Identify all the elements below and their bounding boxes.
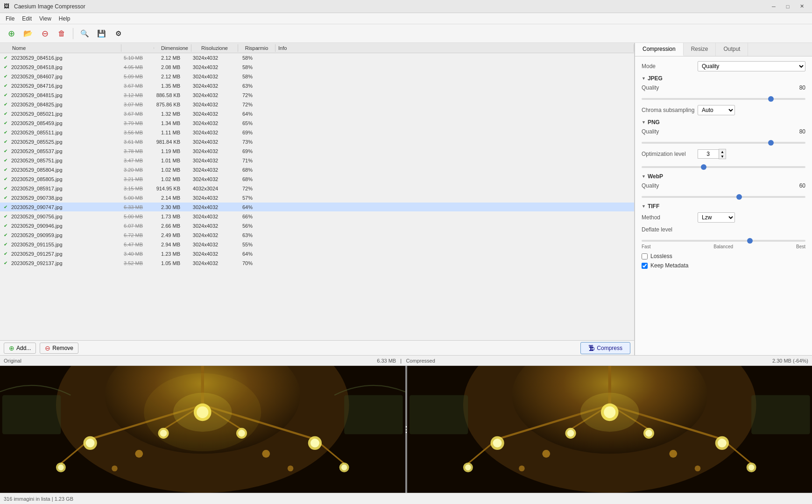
- table-row[interactable]: ✔ 20230529_090756.jpg 5.00 MB 1.73 MB 30…: [0, 212, 634, 221]
- table-row[interactable]: ✔ 20230529_090747.jpg 6.33 MB 2.30 MB 30…: [0, 203, 634, 212]
- keep-metadata-checkbox[interactable]: [642, 263, 648, 269]
- file-savings: 55%: [229, 242, 266, 247]
- file-resolution: 3024x4032: [182, 64, 229, 70]
- table-row[interactable]: ✔ 20230529_085459.jpg 3.79 MB 1.34 MB 30…: [0, 119, 634, 128]
- status-icon: ✔: [2, 213, 9, 220]
- tiff-deflate-slider[interactable]: [642, 240, 805, 242]
- jpeg-quality-slider[interactable]: [642, 98, 805, 100]
- search-button[interactable]: 🔍: [77, 26, 92, 41]
- remove-button[interactable]: ⊖: [37, 26, 52, 41]
- svg-point-45: [493, 439, 501, 448]
- col-header-nome[interactable]: Nome: [9, 44, 121, 52]
- png-opt-down[interactable]: ▼: [719, 154, 726, 159]
- table-row[interactable]: ✔ 20230529_084825.jpg 3.07 MB 875.86 KB …: [0, 100, 634, 109]
- table-row[interactable]: ✔ 20230529_085805.jpg 3.21 MB 1.02 MB 30…: [0, 175, 634, 184]
- file-orig-size: 3.21 MB: [112, 176, 145, 182]
- tiff-section-header[interactable]: ▼ TIFF: [642, 203, 805, 210]
- png-opt-up[interactable]: ▲: [719, 149, 726, 154]
- settings-button[interactable]: ⚙: [111, 26, 126, 41]
- table-row[interactable]: ✔ 20230529_090959.jpg 6.72 MB 2.49 MB 30…: [0, 231, 634, 240]
- table-row[interactable]: ✔ 20230529_085021.jpg 3.67 MB 1.32 MB 30…: [0, 109, 634, 119]
- table-row[interactable]: ✔ 20230529_085511.jpg 3.56 MB 1.11 MB 30…: [0, 128, 634, 137]
- col-header-res[interactable]: Risoluzione: [191, 44, 238, 52]
- file-resolution: 3024x4032: [182, 195, 229, 201]
- png-opt-input[interactable]: [698, 149, 719, 159]
- comp-size: 2.30 MB (-64%): [453, 358, 809, 364]
- file-comp-size: 1.73 MB: [145, 214, 182, 219]
- close-button[interactable]: ✕: [795, 2, 808, 11]
- jpeg-quality-slider-container: [642, 95, 805, 101]
- compress-button[interactable]: 🗜 Compress: [580, 342, 630, 354]
- menu-view[interactable]: View: [35, 14, 55, 23]
- file-name: 20230529_091257.jpg: [9, 251, 112, 257]
- file-resolution: 3024x4032: [182, 111, 229, 117]
- table-row[interactable]: ✔ 20230529_084518.jpg 4.95 MB 2.08 MB 30…: [0, 63, 634, 72]
- tab-resize[interactable]: Resize: [684, 43, 716, 56]
- file-comp-size: 886.58 KB: [145, 92, 182, 98]
- jpeg-chroma-select[interactable]: Auto 4:4:4 4:2:2 4:2:0: [698, 105, 735, 115]
- table-row[interactable]: ✔ 20230529_085537.jpg 3.78 MB 1.19 MB 30…: [0, 147, 634, 156]
- menu-file[interactable]: File: [2, 14, 18, 23]
- file-savings: 63%: [229, 83, 266, 89]
- png-triangle-icon: ▼: [642, 120, 646, 125]
- clear-button[interactable]: 🗑: [54, 26, 69, 41]
- file-resolution: 3024x4032: [182, 148, 229, 154]
- png-quality-slider[interactable]: [642, 142, 805, 144]
- menu-edit[interactable]: Edit: [18, 14, 35, 23]
- table-row[interactable]: ✔ 20230529_085917.jpg 3.15 MB 914.95 KB …: [0, 184, 634, 193]
- add-button[interactable]: ⊕ Add...: [4, 343, 36, 354]
- tiff-method-select[interactable]: Lzw Deflate None: [698, 212, 735, 223]
- webp-triangle-icon: ▼: [642, 174, 646, 179]
- maximize-button[interactable]: □: [781, 2, 794, 11]
- file-savings: 56%: [229, 223, 266, 229]
- table-row[interactable]: ✔ 20230529_085804.jpg 3.20 MB 1.02 MB 30…: [0, 165, 634, 175]
- lossless-checkbox[interactable]: [642, 253, 648, 259]
- status-icon: ✔: [2, 231, 9, 239]
- table-row[interactable]: ✔ 20230529_084716.jpg 3.67 MB 1.35 MB 30…: [0, 81, 634, 91]
- right-panel: Compression Resize Output Mode Quality ▼…: [635, 43, 812, 355]
- add-circle-button[interactable]: ⊕: [4, 26, 19, 41]
- export-button[interactable]: 💾: [94, 26, 109, 41]
- file-orig-size: 4.95 MB: [112, 64, 145, 70]
- png-opt-slider[interactable]: [642, 166, 805, 168]
- file-resolution: 3024x4032: [182, 232, 229, 238]
- png-opt-spinner-btns: ▲ ▼: [719, 149, 726, 159]
- file-resolution: 3024x4032: [182, 167, 229, 173]
- table-row[interactable]: ✔ 20230529_092137.jpg 3.52 MB 1.05 MB 30…: [0, 259, 634, 268]
- menu-help[interactable]: Help: [55, 14, 74, 23]
- table-row[interactable]: ✔ 20230529_091257.jpg 3.40 MB 1.23 MB 30…: [0, 249, 634, 259]
- open-folder-button[interactable]: 📂: [21, 26, 35, 41]
- table-row[interactable]: ✔ 20230529_085751.jpg 3.47 MB 1.01 MB 30…: [0, 156, 634, 165]
- file-savings: 69%: [229, 148, 266, 154]
- table-row[interactable]: ✔ 20230529_085525.jpg 3.61 MB 981.84 KB …: [0, 137, 634, 147]
- png-section-header[interactable]: ▼ PNG: [642, 119, 805, 126]
- remove-file-button[interactable]: ⊖ Remove: [40, 343, 78, 354]
- webp-quality-slider[interactable]: [642, 196, 805, 198]
- main-container: Nome Dimensione Risoluzione Risparmio In…: [0, 43, 812, 504]
- tab-output[interactable]: Output: [716, 43, 748, 56]
- lossless-label[interactable]: Lossless: [650, 253, 672, 259]
- col-header-comp[interactable]: Dimensione: [154, 44, 191, 52]
- table-row[interactable]: ✔ 20230529_084516.jpg 5.10 MB 2.12 MB 30…: [0, 53, 634, 63]
- table-row[interactable]: ✔ 20230529_091155.jpg 6.47 MB 2.94 MB 30…: [0, 240, 634, 249]
- table-row[interactable]: ✔ 20230529_090946.jpg 6.07 MB 2.66 MB 30…: [0, 221, 634, 231]
- webp-section-header[interactable]: ▼ WebP: [642, 173, 805, 180]
- col-header-savings[interactable]: Risparmio: [238, 44, 275, 52]
- jpeg-triangle-icon: ▼: [642, 76, 646, 81]
- col-header-info[interactable]: Info: [275, 44, 634, 52]
- table-row[interactable]: ✔ 20230529_084607.jpg 5.09 MB 2.12 MB 30…: [0, 72, 634, 81]
- mode-select[interactable]: Quality: [698, 61, 805, 71]
- tab-compression[interactable]: Compression: [635, 43, 684, 56]
- file-name: 20230529_084516.jpg: [9, 55, 112, 61]
- minimize-button[interactable]: ─: [767, 2, 780, 11]
- jpeg-section-header[interactable]: ▼ JPEG: [642, 75, 805, 82]
- deflate-fast-label: Fast: [642, 244, 650, 249]
- tiff-section-title: TIFF: [648, 203, 659, 210]
- file-list-scroll[interactable]: ✔ 20230529_084516.jpg 5.10 MB 2.12 MB 30…: [0, 53, 634, 340]
- toolbar-separator-1: [73, 28, 73, 39]
- table-row[interactable]: ✔ 20230529_084815.jpg 3.12 MB 886.58 KB …: [0, 91, 634, 100]
- file-resolution: 3024x4032: [182, 55, 229, 61]
- table-row[interactable]: ✔ 20230529_090738.jpg 5.00 MB 2.14 MB 30…: [0, 193, 634, 203]
- file-comp-size: 1.02 MB: [145, 167, 182, 173]
- keep-metadata-label[interactable]: Keep Metadata: [650, 262, 688, 269]
